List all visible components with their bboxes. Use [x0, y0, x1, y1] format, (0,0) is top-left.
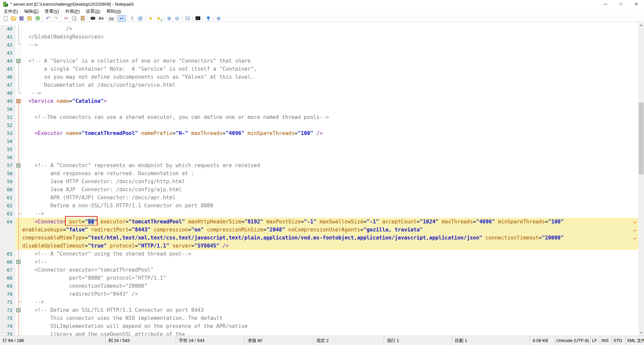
code-row-44[interactable]: 44− <!-- A "Service" is a collection of …	[0, 57, 638, 65]
code-row-68[interactable]: 68 port="8080" protocol="HTTP/1.1"	[0, 274, 638, 282]
menu-item-H[interactable]: 帮助(H)	[103, 8, 124, 15]
save-as-button[interactable]	[25, 15, 34, 22]
code-text[interactable]: APR (HTTP/AJP) Connector: /docs/apr.html	[22, 194, 638, 202]
cut-button[interactable]: ✂	[62, 15, 70, 22]
fold-margin[interactable]	[15, 73, 22, 81]
code-row-wrap[interactable]: disableUploadTimeout="true" protocol="HT…	[0, 242, 638, 250]
fold-margin[interactable]: −	[15, 57, 22, 65]
code-text[interactable]: <!-- Define an SSL/TLS HTTP/1.1 Connecto…	[22, 306, 638, 314]
code-text[interactable]: Java AJP Connector: /docs/config/ajp.htm…	[22, 186, 638, 194]
code-row-62[interactable]: 62 Define a non-SSL/TLS HTTP/1.1 Connect…	[0, 202, 638, 210]
code-text[interactable]: <Connector executor="tomcatThreadPool"	[22, 266, 638, 274]
fold-margin[interactable]: −	[15, 97, 22, 105]
menu-item-E[interactable]: 编辑(E)	[21, 8, 42, 15]
code-text[interactable]: <!-- A "Connector" represents an endpoin…	[22, 161, 638, 169]
fold-margin[interactable]	[15, 169, 22, 178]
code-text[interactable]	[22, 49, 638, 57]
code-row-65[interactable]: 65 <!-- A "Connector" using the shared t…	[0, 250, 638, 258]
code-text[interactable]: port="8080" protocol="HTTP/1.1"	[22, 274, 638, 282]
scroll-up-arrow-icon[interactable]: ▲	[638, 22, 644, 28]
copy-button[interactable]	[70, 15, 78, 22]
code-row-61[interactable]: 61 APR (HTTP/AJP) Connector: /docs/apr.h…	[0, 194, 638, 202]
code-text[interactable]: so you may not define subcomponents such…	[22, 73, 638, 81]
save-file-button[interactable]	[17, 15, 25, 22]
code-text[interactable]: enableLookups="false" redirectPort="8443…	[22, 226, 638, 234]
code-row-53[interactable]: 53 <Executor name="tomcatThreadPool" nam…	[0, 129, 638, 137]
fold-margin[interactable]	[15, 81, 22, 89]
status-eol-mode[interactable]: LF	[591, 336, 600, 345]
status-encoding[interactable]: Unicode (UTF-8)	[555, 336, 591, 345]
close-button[interactable]: ✕	[629, 0, 644, 8]
code-row-49[interactable]: 49− <Service name="Catalina">	[0, 97, 638, 105]
code-row-wrap[interactable]: enableLookups="false" redirectPort="8443…	[0, 226, 638, 234]
fold-margin[interactable]	[15, 290, 22, 298]
fold-margin[interactable]	[15, 145, 22, 153]
fold-margin[interactable]	[15, 49, 22, 57]
fold-margin[interactable]	[15, 121, 22, 129]
fold-margin[interactable]	[15, 105, 22, 113]
code-text[interactable]: Documentation at /docs/config/service.ht…	[22, 81, 638, 89]
code-row-42[interactable]: 42 -->	[0, 41, 638, 49]
code-text[interactable]: SSLImplementation will depend on the pre…	[22, 322, 638, 330]
fold-margin[interactable]	[15, 137, 22, 145]
code-row-58[interactable]: 58 and responses are returned. Documenta…	[0, 169, 638, 178]
code-row-60[interactable]: 60 Java AJP Connector: /docs/config/ajp.…	[0, 186, 638, 194]
fold-margin[interactable]	[15, 234, 22, 242]
code-text[interactable]	[22, 153, 638, 161]
fold-margin[interactable]	[15, 113, 22, 121]
code-row-47[interactable]: 47 Documentation at /docs/config/service…	[0, 81, 638, 89]
code-row-55[interactable]: 55	[0, 145, 638, 153]
code-text[interactable]: and responses are returned. Documentatio…	[22, 169, 638, 178]
open-file-button[interactable]	[9, 15, 17, 22]
scroll-down-arrow-icon[interactable]: ▼	[638, 330, 644, 336]
code-rows[interactable]: 40 />41 </GlobalNamingResources>42 -->43…	[0, 25, 638, 336]
fold-margin[interactable]	[15, 129, 22, 137]
add-favorite-button[interactable]: ★+	[155, 15, 163, 22]
code-row-71[interactable]: 71 -->	[0, 298, 638, 306]
code-text[interactable]: -->	[22, 41, 638, 49]
fold-margin[interactable]	[15, 274, 22, 282]
find-button[interactable]	[89, 15, 97, 22]
fold-margin[interactable]	[15, 218, 22, 226]
vertical-scrollbar[interactable]: ▲ ▼	[638, 22, 644, 336]
status-file-type[interactable]: XML 文件	[626, 336, 644, 345]
fold-margin[interactable]	[15, 25, 22, 33]
code-row-59[interactable]: 59 Java HTTP Connector: /docs/config/htt…	[0, 178, 638, 186]
code-row-73[interactable]: 73 This connector uses the NIO implement…	[0, 314, 638, 322]
code-row-69[interactable]: 69 connectionTimeout="20000"	[0, 282, 638, 290]
menu-item-V[interactable]: 查看(V)	[42, 8, 62, 15]
word-wrap-button[interactable]: ↵	[118, 15, 126, 22]
print-button[interactable]	[107, 15, 115, 22]
fold-margin[interactable]: −	[15, 161, 22, 169]
code-text[interactable]: <!-- A "Service" is a collection of one …	[22, 57, 638, 65]
fold-toggle-icon[interactable]: −	[16, 260, 20, 264]
code-row-57[interactable]: 57− <!-- A "Connector" represents an end…	[0, 161, 638, 169]
fold-margin[interactable]	[15, 298, 22, 306]
menu-item-F[interactable]: 文件(F)	[1, 8, 21, 15]
favorites-button[interactable]: ★	[147, 15, 155, 22]
code-row-70[interactable]: 70 redirectPort="8443" />	[0, 290, 638, 298]
code-text[interactable]	[22, 137, 638, 145]
fold-margin[interactable]	[15, 89, 22, 97]
code-text[interactable]: -->	[22, 210, 638, 218]
code-text[interactable]: -->	[22, 89, 638, 97]
fold-margin[interactable]	[15, 330, 22, 336]
code-row-75[interactable]: 75 library and the useOpenSSL attribute …	[0, 330, 638, 336]
code-row-51[interactable]: 51 <!--The connectors can use a shared e…	[0, 113, 638, 121]
code-row-50[interactable]: 50	[0, 105, 638, 113]
code-text[interactable]: Java HTTP Connector: /docs/config/http.h…	[22, 178, 638, 186]
code-row-66[interactable]: 66− <!--	[0, 258, 638, 266]
code-text[interactable]: </GlobalNamingResources>	[22, 33, 638, 41]
zoom-in-button[interactable]: ⊕	[165, 15, 173, 22]
replace-button[interactable]: ba	[97, 15, 105, 22]
code-row-74[interactable]: 74 SSLImplementation will depend on the …	[0, 322, 638, 330]
fold-margin[interactable]: −	[15, 258, 22, 266]
code-row-wrap[interactable]: compressableMimeType="text/html,text/xml…	[0, 234, 638, 242]
fold-margin[interactable]	[15, 178, 22, 186]
code-text[interactable]	[22, 105, 638, 113]
code-row-46[interactable]: 46 so you may not define subcomponents s…	[0, 73, 638, 81]
code-row-63[interactable]: 63 -->	[0, 210, 638, 218]
fold-margin[interactable]	[15, 250, 22, 258]
code-row-56[interactable]: 56	[0, 153, 638, 161]
fold-margin[interactable]	[15, 242, 22, 250]
